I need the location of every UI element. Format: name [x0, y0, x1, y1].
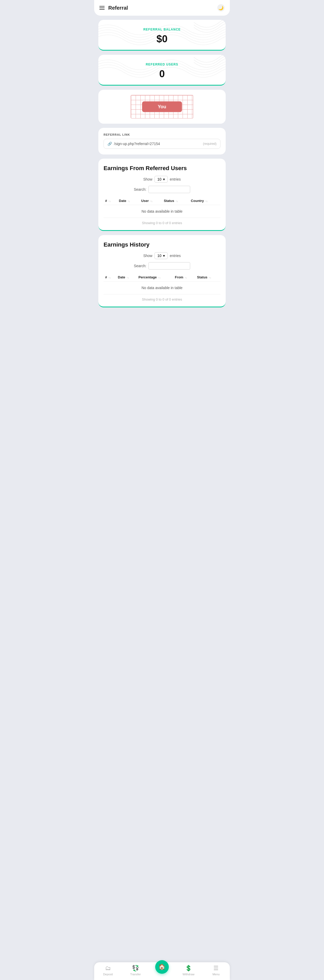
earnings-entries-label: entries: [170, 177, 181, 181]
referred-users-card: REFERRED USERS 0: [98, 55, 226, 86]
transfer-icon: 💱: [132, 965, 139, 972]
history-show-label: Show: [143, 254, 152, 258]
earnings-table-title: Earnings From Referred Users: [103, 165, 221, 172]
hamburger-menu[interactable]: [99, 6, 105, 10]
col-status: Status ↑↓: [195, 273, 221, 282]
you-grid-card: You: [98, 90, 226, 124]
header: Referral 🌙: [94, 0, 230, 16]
nav-item-deposit[interactable]: 🗂 Deposit: [100, 965, 116, 976]
history-showing: Showing 0 to 0 of 0 entries: [103, 298, 221, 301]
history-data-table: # ↑↓ Date ↑↓ Percentage ↑↓ From ↑↓ Statu…: [103, 273, 221, 294]
col-percentage: Percentage ↑↓: [137, 273, 173, 282]
earnings-search-row: Search:: [103, 186, 221, 193]
col-hash: # ↑↓: [103, 197, 118, 205]
earnings-data-table: # ↑↓ Date ↑↓ User ↑↓ Status ↑↓ Country ↑…: [103, 197, 221, 218]
referral-link-label: REFERRAL LINK: [103, 133, 221, 136]
referred-value: 0: [103, 68, 221, 80]
col-date: Date ↑↓: [116, 273, 137, 282]
moon-icon: 🌙: [218, 5, 224, 10]
home-icon: 🏠: [158, 964, 165, 970]
nav-item-home[interactable]: 🏠: [155, 960, 169, 974]
deposit-icon: 🗂: [105, 965, 111, 972]
nav-item-transfer[interactable]: 💱 Transfer: [127, 965, 143, 976]
earnings-no-data-row: No data available in table: [103, 205, 221, 218]
history-search-label: Search:: [134, 264, 146, 268]
referral-link-card: REFERRAL LINK 🔗 /sign-up.php?referral=27…: [98, 128, 226, 154]
earnings-table-card: Earnings From Referred Users Show 10 ▾ e…: [98, 159, 226, 231]
chevron-down-icon: ▾: [163, 254, 165, 258]
history-no-data: No data available in table: [103, 282, 221, 294]
transfer-label: Transfer: [130, 973, 141, 976]
balance-value: $0: [103, 33, 221, 45]
balance-label: REFERRAL BALANCE: [103, 28, 221, 31]
nav-item-withdraw[interactable]: 💲 Withdraw: [181, 965, 197, 976]
referral-link-row: 🔗 /sign-up.php?referral=27154 (required): [103, 139, 221, 149]
menu-icon: ☰: [213, 965, 219, 972]
menu-label: Menu: [212, 973, 220, 976]
earnings-showing: Showing 0 to 0 of 0 entries: [103, 221, 221, 225]
earnings-no-data: No data available in table: [103, 205, 221, 218]
earnings-table-controls: Show 10 ▾ entries: [103, 176, 221, 183]
history-no-data-row: No data available in table: [103, 282, 221, 294]
history-table-card: Earnings History Show 10 ▾ entries Searc…: [98, 235, 226, 307]
earnings-entries-select[interactable]: 10 ▾: [154, 176, 168, 183]
referred-label: REFERRED USERS: [103, 63, 221, 66]
withdraw-label: Withdraw: [183, 973, 195, 976]
earnings-show-label: Show: [143, 177, 152, 181]
link-icon: 🔗: [108, 142, 112, 146]
history-table-controls: Show 10 ▾ entries: [103, 252, 221, 259]
you-button[interactable]: You: [142, 102, 182, 112]
col-hash: # ↑↓: [103, 273, 116, 282]
chevron-down-icon: ▾: [163, 177, 165, 181]
col-status: Status ↑↓: [162, 197, 189, 205]
col-from: From ↑↓: [173, 273, 195, 282]
history-entries-label: entries: [170, 254, 181, 258]
referral-link-value: /sign-up.php?referral=27154: [114, 142, 160, 146]
history-search-row: Search:: [103, 262, 221, 269]
required-label: (required): [203, 142, 216, 146]
earnings-table-header: # ↑↓ Date ↑↓ User ↑↓ Status ↑↓ Country ↑…: [103, 197, 221, 205]
theme-toggle[interactable]: 🌙: [217, 4, 225, 11]
earnings-search-input[interactable]: [148, 186, 190, 193]
col-user: User ↑↓: [140, 197, 162, 205]
referral-balance-card: REFERRAL BALANCE $0: [98, 20, 226, 51]
page-title: Referral: [108, 5, 128, 11]
history-table-title: Earnings History: [103, 241, 221, 248]
history-search-input[interactable]: [148, 262, 190, 269]
bottom-navigation: 🗂 Deposit 💱 Transfer 🏠 💲 Withdraw ☰ Menu: [94, 962, 230, 980]
earnings-search-label: Search:: [134, 187, 146, 191]
history-entries-select[interactable]: 10 ▾: [154, 252, 168, 259]
col-country: Country ↑↓: [189, 197, 221, 205]
col-date: Date ↑↓: [118, 197, 140, 205]
nav-item-menu[interactable]: ☰ Menu: [208, 965, 224, 976]
deposit-label: Deposit: [103, 973, 113, 976]
withdraw-icon: 💲: [185, 965, 192, 972]
history-table-header: # ↑↓ Date ↑↓ Percentage ↑↓ From ↑↓ Statu…: [103, 273, 221, 282]
